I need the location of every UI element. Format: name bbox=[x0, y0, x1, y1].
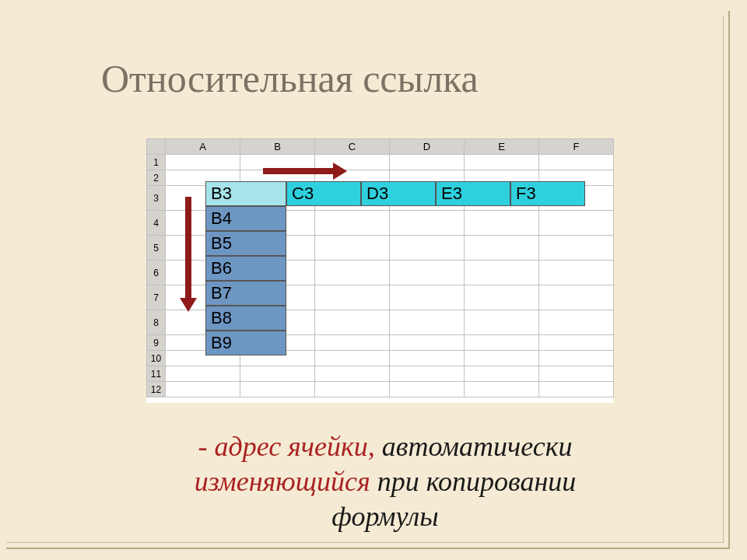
cell-f3: F3 bbox=[510, 181, 585, 206]
spreadsheet-screenshot: A B C D E F 1 2 3 4 5 6 7 8 9 10 11 12 B… bbox=[146, 138, 613, 403]
cell-b8: B8 bbox=[205, 306, 286, 331]
arrow-right-icon bbox=[263, 168, 333, 174]
caption-dash: - bbox=[198, 431, 214, 462]
slide-title: Относительная ссылка bbox=[101, 56, 479, 101]
slide-caption: - адрес ячейки, автоматически изменяющий… bbox=[93, 429, 677, 534]
cell-e3: E3 bbox=[436, 181, 510, 206]
caption-part3: изменяющийся bbox=[195, 466, 370, 497]
row-header: 11 bbox=[147, 366, 166, 382]
caption-part2: автоматически bbox=[375, 431, 573, 462]
caption-part1: адрес ячейки, bbox=[214, 431, 374, 462]
row-header: 1 bbox=[147, 155, 166, 170]
cell-c3: C3 bbox=[286, 181, 361, 206]
row-header: 12 bbox=[147, 382, 166, 397]
row-header: 8 bbox=[147, 310, 166, 335]
col-header: B bbox=[240, 139, 315, 155]
col-header: F bbox=[539, 139, 614, 155]
col-header: C bbox=[315, 139, 390, 155]
row-header: 4 bbox=[147, 211, 166, 236]
cell-b4: B4 bbox=[205, 206, 286, 231]
cell-b5: B5 bbox=[205, 231, 286, 256]
col-header: E bbox=[465, 139, 539, 155]
cell-b9: B9 bbox=[205, 331, 286, 355]
row-header: 2 bbox=[147, 170, 166, 186]
row-header: 6 bbox=[147, 261, 166, 285]
row-header: 9 bbox=[147, 335, 166, 351]
cell-b7: B7 bbox=[205, 281, 286, 306]
cell-b6: B6 bbox=[205, 256, 286, 281]
cell-d3: D3 bbox=[361, 181, 436, 206]
row-header: 7 bbox=[147, 285, 166, 310]
caption-part5: формулы bbox=[331, 501, 438, 532]
header-corner bbox=[147, 139, 166, 155]
row-header: 5 bbox=[147, 236, 166, 261]
arrow-down-icon bbox=[185, 197, 191, 298]
cell-b3: B3 bbox=[205, 181, 286, 206]
col-header: A bbox=[166, 139, 240, 155]
col-header: D bbox=[390, 139, 465, 155]
row-header: 3 bbox=[147, 186, 166, 211]
row-header: 10 bbox=[147, 351, 166, 366]
caption-part4: при копировании bbox=[370, 466, 577, 497]
